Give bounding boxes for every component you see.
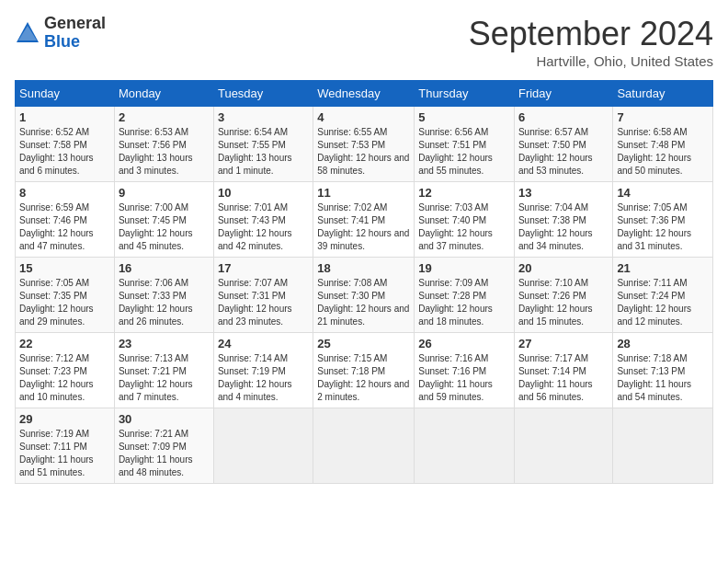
table-row: 29 Sunrise: 7:19 AMSunset: 7:11 PMDaylig… (16, 408, 115, 484)
header-thursday: Thursday (415, 81, 515, 107)
header-monday: Monday (114, 81, 213, 107)
table-row: 27 Sunrise: 7:17 AMSunset: 7:14 PMDaylig… (514, 333, 612, 408)
page-header: General Blue September 2024 Hartville, O… (15, 15, 713, 69)
table-row: 20 Sunrise: 7:10 AMSunset: 7:26 PMDaylig… (514, 258, 612, 333)
table-row: 9 Sunrise: 7:00 AMSunset: 7:45 PMDayligh… (114, 182, 213, 258)
header-sunday: Sunday (16, 81, 115, 107)
table-row: 4 Sunrise: 6:55 AMSunset: 7:53 PMDayligh… (313, 107, 415, 182)
month-title: September 2024 (469, 15, 713, 53)
table-row (213, 408, 313, 484)
table-row: 12 Sunrise: 7:03 AMSunset: 7:40 PMDaylig… (415, 182, 515, 258)
table-row: 10 Sunrise: 7:01 AMSunset: 7:43 PMDaylig… (213, 182, 313, 258)
logo-icon (15, 20, 40, 46)
header-friday: Friday (514, 81, 612, 107)
table-row: 28 Sunrise: 7:18 AMSunset: 7:13 PMDaylig… (613, 333, 713, 408)
header-tuesday: Tuesday (213, 81, 313, 107)
calendar-row: 29 Sunrise: 7:19 AMSunset: 7:11 PMDaylig… (16, 408, 713, 484)
table-row: 11 Sunrise: 7:02 AMSunset: 7:41 PMDaylig… (313, 182, 415, 258)
table-row: 3 Sunrise: 6:54 AMSunset: 7:55 PMDayligh… (213, 107, 313, 182)
calendar-row: 1 Sunrise: 6:52 AMSunset: 7:58 PMDayligh… (16, 107, 713, 182)
logo-blue-text: Blue (44, 32, 80, 51)
header-saturday: Saturday (613, 81, 713, 107)
svg-marker-1 (18, 26, 37, 40)
calendar-table: Sunday Monday Tuesday Wednesday Thursday… (15, 80, 713, 484)
calendar-row: 8 Sunrise: 6:59 AMSunset: 7:46 PMDayligh… (16, 182, 713, 258)
table-row: 24 Sunrise: 7:14 AMSunset: 7:19 PMDaylig… (213, 333, 313, 408)
table-row: 18 Sunrise: 7:08 AMSunset: 7:30 PMDaylig… (313, 258, 415, 333)
table-row (514, 408, 612, 484)
table-row: 30 Sunrise: 7:21 AMSunset: 7:09 PMDaylig… (114, 408, 213, 484)
table-row: 15 Sunrise: 7:05 AMSunset: 7:35 PMDaylig… (16, 258, 115, 333)
logo-general-text: General (44, 14, 106, 32)
table-row: 14 Sunrise: 7:05 AMSunset: 7:36 PMDaylig… (613, 182, 713, 258)
table-row: 23 Sunrise: 7:13 AMSunset: 7:21 PMDaylig… (114, 333, 213, 408)
logo: General Blue (15, 15, 106, 52)
table-row: 6 Sunrise: 6:57 AMSunset: 7:50 PMDayligh… (514, 107, 612, 182)
table-row: 26 Sunrise: 7:16 AMSunset: 7:16 PMDaylig… (415, 333, 515, 408)
table-row: 8 Sunrise: 6:59 AMSunset: 7:46 PMDayligh… (16, 182, 115, 258)
table-row: 1 Sunrise: 6:52 AMSunset: 7:58 PMDayligh… (16, 107, 115, 182)
table-row: 19 Sunrise: 7:09 AMSunset: 7:28 PMDaylig… (415, 258, 515, 333)
header-wednesday: Wednesday (313, 81, 415, 107)
table-row: 7 Sunrise: 6:58 AMSunset: 7:48 PMDayligh… (613, 107, 713, 182)
calendar-row: 22 Sunrise: 7:12 AMSunset: 7:23 PMDaylig… (16, 333, 713, 408)
table-row: 5 Sunrise: 6:56 AMSunset: 7:51 PMDayligh… (415, 107, 515, 182)
table-row (313, 408, 415, 484)
weekday-header-row: Sunday Monday Tuesday Wednesday Thursday… (16, 81, 713, 107)
table-row: 25 Sunrise: 7:15 AMSunset: 7:18 PMDaylig… (313, 333, 415, 408)
table-row: 22 Sunrise: 7:12 AMSunset: 7:23 PMDaylig… (16, 333, 115, 408)
table-row (415, 408, 515, 484)
calendar-row: 15 Sunrise: 7:05 AMSunset: 7:35 PMDaylig… (16, 258, 713, 333)
location-text: Hartville, Ohio, United States (469, 53, 713, 69)
table-row: 17 Sunrise: 7:07 AMSunset: 7:31 PMDaylig… (213, 258, 313, 333)
table-row: 2 Sunrise: 6:53 AMSunset: 7:56 PMDayligh… (114, 107, 213, 182)
table-row: 21 Sunrise: 7:11 AMSunset: 7:24 PMDaylig… (613, 258, 713, 333)
table-row: 16 Sunrise: 7:06 AMSunset: 7:33 PMDaylig… (114, 258, 213, 333)
table-row (613, 408, 713, 484)
title-area: September 2024 Hartville, Ohio, United S… (469, 15, 713, 69)
table-row: 13 Sunrise: 7:04 AMSunset: 7:38 PMDaylig… (514, 182, 612, 258)
